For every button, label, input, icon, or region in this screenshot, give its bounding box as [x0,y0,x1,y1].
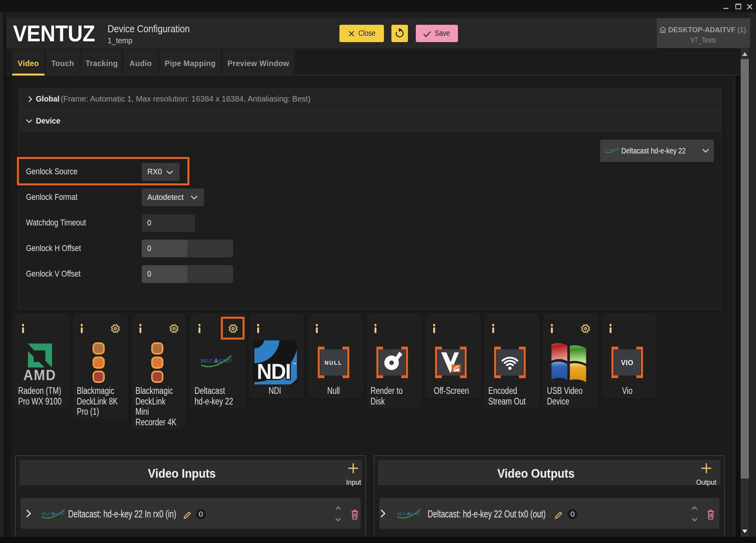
svg-text:NULL: NULL [324,360,342,366]
svg-text:™: ™ [293,362,296,366]
svg-text:NDI: NDI [257,359,290,383]
svg-text:VIO: VIO [621,359,634,367]
